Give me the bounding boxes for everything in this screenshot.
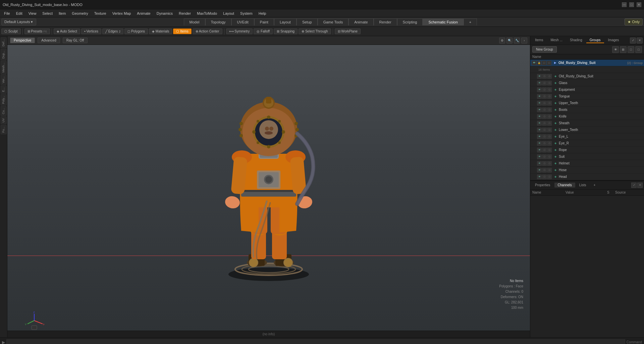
panel-tab-items[interactable]: Items: [532, 38, 546, 43]
items-list[interactable]: 👁 🔒 □ □ ▶ Old_Rusty_Diving_Suit (2) : Gr…: [530, 60, 644, 180]
menu-render[interactable]: Render: [176, 11, 194, 16]
left-tab-poly[interactable]: Poly...: [1, 94, 7, 106]
panel-tab-groups[interactable]: Groups: [586, 38, 604, 43]
items-button[interactable]: ⬡ Items: [173, 28, 191, 34]
item-box2-icon[interactable]: □: [547, 61, 551, 65]
menu-dynamics[interactable]: Dynamics: [154, 11, 175, 16]
menu-geometry[interactable]: Geometry: [69, 11, 91, 16]
item-row-eye-l[interactable]: 👁□□ ◈ Eye_L: [530, 133, 644, 140]
sculpt-button[interactable]: ⬡ Sculpt: [1, 28, 21, 34]
items-vis-icon3[interactable]: □: [628, 46, 634, 53]
tab-render[interactable]: Render: [374, 18, 397, 25]
new-group-button[interactable]: New Group: [532, 46, 557, 53]
menu-system[interactable]: System: [237, 11, 255, 16]
item-box1-icon[interactable]: □: [542, 74, 547, 79]
tab-animate[interactable]: Animate: [348, 18, 373, 25]
viewport-icon-wrench[interactable]: 🔧: [514, 38, 520, 44]
command-input[interactable]: [6, 339, 625, 344]
tab-scripting[interactable]: Scripting: [397, 18, 423, 25]
item-row-sheath[interactable]: 👁□□ ◈ Sheath: [530, 120, 644, 127]
menu-vertexmap[interactable]: Vertex Map: [110, 11, 134, 16]
prop-close-btn[interactable]: ✕: [637, 183, 643, 188]
presets-button[interactable]: ⊞ Presets F6: [24, 28, 50, 34]
item-lock-icon[interactable]: 🔒: [537, 61, 541, 65]
close-button[interactable]: ✕: [637, 2, 641, 7]
item-row-suit-mesh[interactable]: 👁□□ ◈ Suit: [530, 153, 644, 160]
panel-close-icon[interactable]: ✕: [637, 38, 643, 44]
symmetry-button[interactable]: ⟺ Symmetry: [226, 28, 253, 34]
left-tab-def[interactable]: Def...: [1, 38, 7, 48]
prop-tab-lists[interactable]: Lists: [576, 183, 590, 188]
tab-schematic-fusion[interactable]: Schematic Fusion: [423, 18, 463, 25]
minimize-button[interactable]: —: [622, 2, 627, 7]
select-through-button[interactable]: ⊗ Select Through: [299, 28, 331, 34]
item-row-upper-teeth[interactable]: 👁□□ ◈ Upper_Teeth: [530, 100, 644, 107]
viewport-icon-search[interactable]: 🔍: [506, 38, 513, 44]
item-row-tongue[interactable]: 👁□□ ◈ Tongue: [530, 93, 644, 100]
viewport-tab-advanced[interactable]: Advanced: [38, 38, 60, 43]
layout-dropdown[interactable]: Default Layouts ▾: [1, 18, 36, 25]
left-tab-dup[interactable]: Dup...: [1, 49, 7, 60]
item-row-suit[interactable]: 👁 □ □ ◈ Old_Rusty_Diving_Suit: [530, 73, 644, 80]
item-row-head[interactable]: 👁□□ ◈ Head: [530, 174, 644, 180]
left-tab-uv[interactable]: UV: [1, 117, 7, 124]
materials-button[interactable]: ◈ Materials: [149, 28, 172, 34]
snapping-button[interactable]: ⊞ Snapping: [274, 28, 298, 34]
tab-model[interactable]: Model: [184, 18, 205, 25]
menu-animate[interactable]: Animate: [134, 11, 153, 16]
tab-gametools[interactable]: Game Tools: [318, 18, 349, 25]
item-row-helmet[interactable]: 👁□□ ◈ Helmet: [530, 160, 644, 167]
edges-button[interactable]: ╱ Edges 2: [102, 28, 123, 34]
tab-paint[interactable]: Paint: [254, 18, 274, 25]
item-row-equipment[interactable]: 👁□□ ◈ Equipment: [530, 86, 644, 93]
items-vis-icon4[interactable]: □: [635, 46, 642, 53]
panel-tab-mesh[interactable]: Mesh ...: [547, 38, 566, 43]
viewport-icon-chevron[interactable]: ›: [521, 38, 527, 44]
workplane-button[interactable]: ⊟ WorkPlane: [335, 28, 361, 34]
item-eye-icon[interactable]: 👁: [532, 61, 536, 65]
item-box1-icon[interactable]: □: [542, 61, 546, 65]
left-tab-ver[interactable]: Ver...: [1, 75, 7, 85]
items-vis-icon2[interactable]: ⊞: [620, 46, 627, 53]
menu-item[interactable]: Item: [56, 11, 68, 16]
prop-expand-btn[interactable]: ⤢: [631, 183, 637, 188]
menu-help[interactable]: Help: [256, 11, 269, 16]
action-center-button[interactable]: ⊕ Action Center: [193, 28, 222, 34]
item-row-lower-teeth[interactable]: 👁□□ ◈ Lower_Teeth: [530, 127, 644, 133]
canvas-area[interactable]: X Y Z No Items Polygons : Face Channels:…: [7, 45, 530, 337]
viewport-tab-perspective[interactable]: Perspective: [10, 38, 35, 43]
menu-maxtomodo[interactable]: MaxToModo: [194, 11, 220, 16]
vertices-button[interactable]: • Vertices: [81, 28, 101, 34]
prop-tab-add[interactable]: +: [590, 183, 599, 188]
items-vis-icon1[interactable]: 👁: [612, 46, 619, 53]
tab-uvedit[interactable]: UVEdit: [231, 18, 254, 25]
menu-view[interactable]: View: [26, 11, 39, 16]
item-eye-icon[interactable]: 👁: [537, 74, 542, 79]
auto-select-button[interactable]: ◈ Auto Select: [54, 28, 80, 34]
panel-tab-images[interactable]: Images: [605, 38, 623, 43]
menu-texture[interactable]: Texture: [92, 11, 109, 16]
item-row-glass[interactable]: 👁□□ ◈ Glass: [530, 80, 644, 86]
left-tab-fu[interactable]: Fu...: [1, 125, 7, 134]
tab-setup[interactable]: Setup: [297, 18, 318, 25]
item-row-eye-r[interactable]: 👁□□ ◈ Eye_R: [530, 140, 644, 147]
panel-tab-shading[interactable]: Shading: [567, 38, 586, 43]
item-box2-icon[interactable]: □: [547, 74, 552, 79]
menu-select[interactable]: Select: [40, 11, 55, 16]
maximize-button[interactable]: □: [629, 2, 634, 7]
viewport-icon-settings[interactable]: ⚙: [499, 38, 505, 44]
item-row-rope[interactable]: 👁□□ ◈ Rope: [530, 147, 644, 153]
item-row-group[interactable]: 👁 🔒 □ □ ▶ Old_Rusty_Diving_Suit (2) : Gr…: [530, 60, 644, 66]
prop-tab-channels[interactable]: Channels: [554, 183, 575, 188]
tab-add[interactable]: +: [464, 18, 477, 25]
left-tab-cu[interactable]: Cu...: [1, 106, 7, 116]
prop-tab-properties[interactable]: Properties: [532, 183, 554, 188]
menu-file[interactable]: File: [1, 11, 13, 16]
menu-edit[interactable]: Edit: [13, 11, 25, 16]
tab-topology[interactable]: Topology: [205, 18, 231, 25]
item-row-knife[interactable]: 👁□□ ◈ Knife: [530, 113, 644, 120]
menu-layout[interactable]: Layout: [220, 11, 237, 16]
left-tab-e[interactable]: E...: [1, 86, 7, 94]
polygons-button[interactable]: ◻ Polygons: [124, 28, 148, 34]
viewport-tab-raygl[interactable]: Ray GL: Off: [63, 38, 88, 43]
